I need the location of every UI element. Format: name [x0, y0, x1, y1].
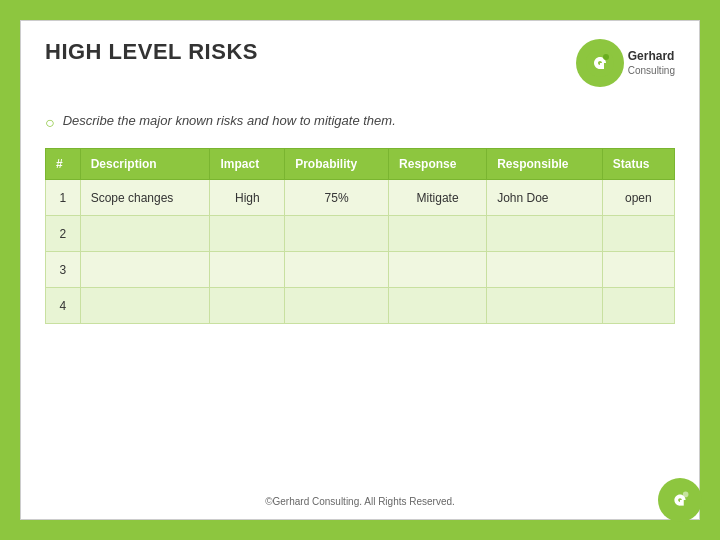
cell-row3-col7 — [602, 252, 674, 288]
logo-icon — [576, 39, 624, 87]
cell-row1-col5: Mitigate — [389, 180, 487, 216]
cell-row3-col5 — [389, 252, 487, 288]
table-row: 4 — [46, 288, 675, 324]
col-header-impact: Impact — [210, 149, 285, 180]
cell-row1-col2: Scope changes — [80, 180, 210, 216]
table-row: 3 — [46, 252, 675, 288]
svg-point-1 — [603, 54, 609, 60]
cell-row4-col7 — [602, 288, 674, 324]
col-header-status: Status — [602, 149, 674, 180]
cell-row1-col6: John Doe — [487, 180, 603, 216]
bullet-label: Describe the major known risks and how t… — [63, 113, 396, 128]
cell-row3-col6 — [487, 252, 603, 288]
cell-row4-col3 — [210, 288, 285, 324]
risk-table: # Description Impact Probability Respons… — [45, 148, 675, 324]
page-title: High Level Risks — [45, 39, 258, 65]
col-header-response: Response — [389, 149, 487, 180]
cell-row4-col2 — [80, 288, 210, 324]
table-header-row: # Description Impact Probability Respons… — [46, 149, 675, 180]
cell-row3-col1: 3 — [46, 252, 81, 288]
table-row: 2 — [46, 216, 675, 252]
cell-row1-col1: 1 — [46, 180, 81, 216]
main-container: High Level Risks Gerhard Consulting ○ De… — [20, 20, 700, 520]
cell-row2-col6 — [487, 216, 603, 252]
svg-point-2 — [683, 492, 689, 498]
col-header-probability: Probability — [285, 149, 389, 180]
bullet-icon: ○ — [45, 113, 55, 132]
cell-row2-col1: 2 — [46, 216, 81, 252]
cell-row4-col6 — [487, 288, 603, 324]
cell-row1-col4: 75% — [285, 180, 389, 216]
bottom-logo-icon — [658, 478, 702, 522]
content-section: ○ Describe the major known risks and how… — [21, 103, 699, 334]
cell-row4-col1: 4 — [46, 288, 81, 324]
cell-row2-col7 — [602, 216, 674, 252]
col-header-description: Description — [80, 149, 210, 180]
cell-row1-col7: open — [602, 180, 674, 216]
footer-text: ©Gerhard Consulting. All Rights Reserved… — [21, 496, 699, 507]
cell-row1-col3: High — [210, 180, 285, 216]
logo-subtitle: Consulting — [628, 64, 675, 77]
cell-row4-col5 — [389, 288, 487, 324]
logo-area: Gerhard Consulting — [576, 39, 675, 87]
cell-row2-col3 — [210, 216, 285, 252]
bullet-description: ○ Describe the major known risks and how… — [45, 113, 675, 132]
cell-row4-col4 — [285, 288, 389, 324]
cell-row3-col2 — [80, 252, 210, 288]
cell-row2-col4 — [285, 216, 389, 252]
cell-row3-col3 — [210, 252, 285, 288]
logo-text: Gerhard Consulting — [628, 49, 675, 78]
col-header-responsible: Responsible — [487, 149, 603, 180]
cell-row2-col5 — [389, 216, 487, 252]
col-header-num: # — [46, 149, 81, 180]
logo-company: Gerhard — [628, 49, 675, 65]
cell-row3-col4 — [285, 252, 389, 288]
header-section: High Level Risks Gerhard Consulting — [21, 21, 699, 103]
table-row: 1Scope changesHigh75%MitigateJohn Doeope… — [46, 180, 675, 216]
cell-row2-col2 — [80, 216, 210, 252]
